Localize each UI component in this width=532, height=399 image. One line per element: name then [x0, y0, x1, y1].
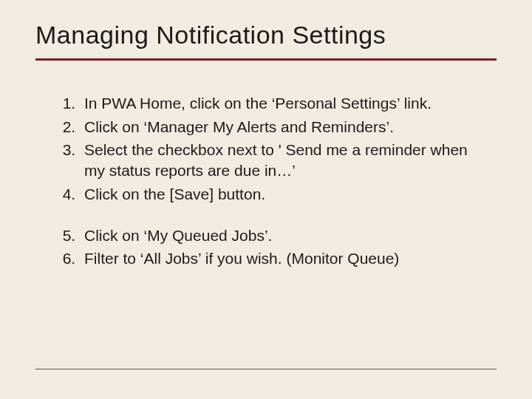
page-title: Managing Notification Settings: [35, 21, 497, 54]
list-item: In PWA Home, click on the ‘Personal Sett…: [80, 93, 492, 114]
steps-list-b: Click on ‘My Queued Jobs’. Filter to ‘Al…: [35, 225, 492, 269]
title-underline: [35, 58, 497, 61]
slide: Managing Notification Settings In PWA Ho…: [0, 0, 532, 399]
list-item: Click on the [Save] button.: [80, 184, 492, 205]
list-item: Filter to ‘All Jobs’ if you wish. (Monit…: [80, 248, 492, 269]
steps-list-a: In PWA Home, click on the ‘Personal Sett…: [35, 93, 492, 205]
spacer: [35, 208, 497, 225]
list-item: Click on ‘My Queued Jobs’.: [80, 225, 492, 246]
list-item: Select the checkbox next to ' Send me a …: [80, 140, 492, 180]
footer-rule: [35, 369, 497, 369]
list-item: Click on ‘Manager My Alerts and Reminder…: [80, 117, 492, 137]
